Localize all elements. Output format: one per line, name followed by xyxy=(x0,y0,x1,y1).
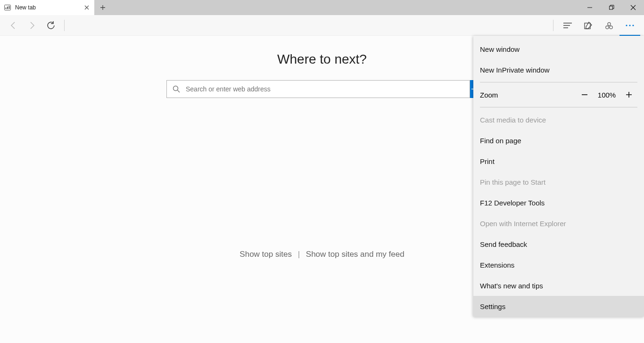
options-separator: | xyxy=(298,250,300,259)
zoom-out-button[interactable] xyxy=(576,86,593,103)
svg-rect-2 xyxy=(7,7,8,9)
menu-print[interactable]: Print xyxy=(473,151,644,172)
hub-button[interactable] xyxy=(557,15,578,36)
window-maximize-button[interactable] xyxy=(601,0,622,15)
menu-new-window[interactable]: New window xyxy=(473,39,644,59)
tab-strip-spacer xyxy=(111,0,579,15)
tab-close-button[interactable] xyxy=(83,4,91,11)
forward-button[interactable] xyxy=(23,16,41,35)
tab-title: New tab xyxy=(15,4,83,11)
more-button[interactable] xyxy=(619,15,640,36)
window-minimize-button[interactable] xyxy=(579,0,601,15)
toolbar-separator-right xyxy=(553,20,553,31)
menu-settings[interactable]: Settings xyxy=(473,296,644,317)
svg-rect-4 xyxy=(610,6,613,9)
zoom-label: Zoom xyxy=(480,91,576,99)
menu-feedback[interactable]: Send feedback xyxy=(473,234,644,254)
menu-new-inprivate[interactable]: New InPrivate window xyxy=(473,59,644,80)
search-box[interactable] xyxy=(166,80,470,98)
menu-separator xyxy=(480,82,637,82)
svg-point-6 xyxy=(608,22,611,25)
menu-find[interactable]: Find on page xyxy=(473,130,644,151)
svg-point-7 xyxy=(606,25,609,28)
show-top-sites-feed-link[interactable]: Show top sites and my feed xyxy=(306,250,405,259)
svg-point-12 xyxy=(173,86,178,91)
zoom-in-button[interactable] xyxy=(620,86,637,103)
share-button[interactable] xyxy=(599,15,619,36)
new-tab-page: Where to next? Show top sites | Show top… xyxy=(0,36,644,343)
zoom-value: 100% xyxy=(593,91,620,99)
menu-open-ie: Open with Internet Explorer xyxy=(473,213,644,234)
svg-point-10 xyxy=(629,24,630,26)
menu-cast: Cast media to device xyxy=(473,109,644,130)
svg-point-9 xyxy=(626,24,627,26)
tab-favicon xyxy=(4,4,11,11)
tab-strip: New tab xyxy=(0,0,644,15)
svg-rect-1 xyxy=(6,8,7,9)
menu-extensions[interactable]: Extensions xyxy=(473,254,644,275)
more-menu: New window New InPrivate window Zoom 100… xyxy=(473,36,644,317)
refresh-button[interactable] xyxy=(41,16,60,35)
menu-devtools[interactable]: F12 Developer Tools xyxy=(473,192,644,213)
svg-rect-3 xyxy=(9,6,10,9)
menu-whatsnew[interactable]: What's new and tips xyxy=(473,275,644,296)
back-button[interactable] xyxy=(4,16,23,35)
menu-pin: Pin this page to Start xyxy=(473,172,644,192)
svg-point-8 xyxy=(610,25,612,28)
toolbar-separator xyxy=(64,20,65,31)
window-close-button[interactable] xyxy=(622,0,644,15)
menu-zoom-row: Zoom 100% xyxy=(473,84,644,105)
search-icon xyxy=(173,85,180,93)
window-controls xyxy=(579,0,644,15)
web-note-button[interactable] xyxy=(578,15,599,36)
svg-point-11 xyxy=(632,24,634,26)
toolbar xyxy=(0,15,644,36)
search-input[interactable] xyxy=(185,85,464,93)
show-top-sites-link[interactable]: Show top sites xyxy=(239,250,292,259)
browser-tab[interactable]: New tab xyxy=(0,0,94,15)
new-tab-button[interactable] xyxy=(94,0,111,15)
menu-separator xyxy=(480,107,637,107)
search-bar xyxy=(166,80,478,98)
